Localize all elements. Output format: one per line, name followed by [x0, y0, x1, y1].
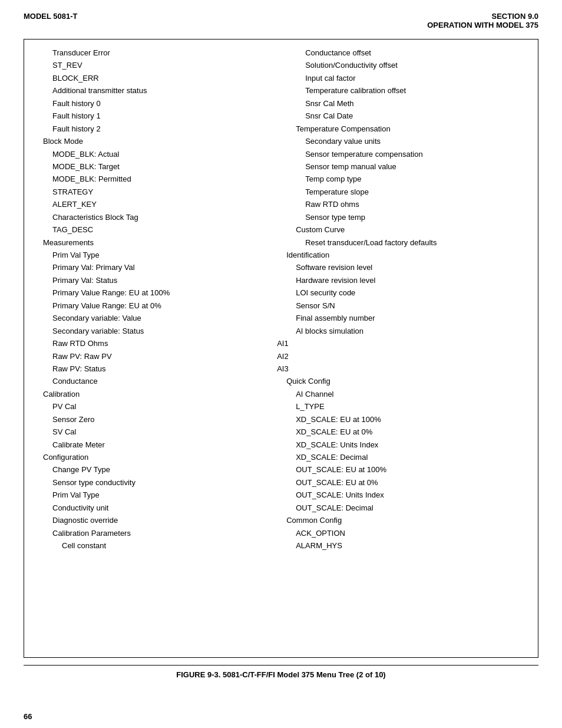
- list-item: Secondary variable: Value: [34, 312, 265, 324]
- list-item: L_TYPE: [277, 400, 528, 413]
- list-item: ALARM_HYS: [277, 539, 528, 552]
- list-item: ST_REV: [34, 59, 265, 71]
- list-item: AI1: [277, 337, 528, 350]
- list-item: PV Cal: [34, 400, 265, 413]
- list-item: Temperature Compensation: [277, 123, 528, 135]
- list-item: AI2: [277, 350, 528, 363]
- list-item: Fault history 1: [34, 110, 265, 122]
- list-item: BLOCK_ERR: [34, 72, 265, 84]
- list-item: Raw RTD Ohms: [34, 337, 265, 350]
- list-item: Prim Val Type: [34, 249, 265, 261]
- list-item: MODE_BLK: Target: [34, 160, 265, 173]
- list-item: Snsr Cal Date: [277, 110, 528, 122]
- figure-caption: FIGURE 9-3. 5081-C/T-FF/FI Model 375 Men…: [24, 665, 538, 681]
- list-item: Calibrate Meter: [34, 439, 265, 451]
- list-item: Primary Val: Primary Val: [34, 261, 265, 274]
- list-item: SV Cal: [34, 426, 265, 438]
- list-item: OUT_SCALE: Decimal: [277, 502, 528, 514]
- list-item: Fault history 0: [34, 97, 265, 110]
- list-item: Input cal factor: [277, 72, 528, 84]
- list-item: Software revision level: [277, 261, 528, 274]
- list-item: OUT_SCALE: EU at 0%: [277, 476, 528, 489]
- page-header: MODEL 5081-T SECTION 9.0 OPERATION WITH …: [24, 12, 538, 29]
- list-item: Sensor type temp: [277, 211, 528, 223]
- list-item: OUT_SCALE: Units Index: [277, 489, 528, 501]
- list-item: Primary Val: Status: [34, 274, 265, 286]
- list-item: Temperature slope: [277, 186, 528, 198]
- list-item: Raw PV: Raw PV: [34, 350, 265, 363]
- list-item: Sensor S/N: [277, 299, 528, 312]
- list-item: MODE_BLK: Permitted: [34, 173, 265, 185]
- list-item: Raw RTD ohms: [277, 198, 528, 210]
- list-item: Sensor type conductivity: [34, 476, 265, 489]
- list-item: Diagnostic override: [34, 514, 265, 526]
- page-number: 66: [24, 712, 32, 721]
- list-item: XD_SCALE: EU at 0%: [277, 426, 528, 438]
- list-item: Common Config: [277, 514, 528, 526]
- list-item: Measurements: [34, 236, 265, 249]
- list-item: Conductivity unit: [34, 502, 265, 514]
- list-item: Change PV Type: [34, 463, 265, 476]
- header-section: SECTION 9.0 OPERATION WITH MODEL 375: [427, 12, 538, 29]
- list-item: Secondary variable: Status: [34, 325, 265, 337]
- main-content: Transducer ErrorST_REVBLOCK_ERRAdditiona…: [24, 39, 538, 658]
- list-item: Sensor Zero: [34, 413, 265, 426]
- list-item: Raw PV: Status: [34, 363, 265, 375]
- list-item: Conductance: [34, 375, 265, 387]
- list-item: MODE_BLK: Actual: [34, 148, 265, 160]
- list-item: Prim Val Type: [34, 489, 265, 501]
- list-item: XD_SCALE: Units Index: [277, 439, 528, 451]
- list-item: Additional transmitter status: [34, 84, 265, 97]
- header-model: MODEL 5081-T: [24, 12, 78, 29]
- list-item: Characteristics Block Tag: [34, 211, 265, 223]
- list-item: Transducer Error: [34, 47, 265, 59]
- list-item: Calibration Parameters: [34, 527, 265, 539]
- list-item: Reset transducer/Load factory defaults: [277, 236, 528, 249]
- list-item: Final assembly number: [277, 312, 528, 324]
- list-item: AI blocks simulation: [277, 325, 528, 337]
- right-column: Conductance offsetSolution/Conductivity …: [271, 47, 528, 650]
- list-item: ACK_OPTION: [277, 527, 528, 539]
- left-column: Transducer ErrorST_REVBLOCK_ERRAdditiona…: [34, 47, 271, 650]
- list-item: Snsr Cal Meth: [277, 97, 528, 110]
- list-item: Primary Value Range: EU at 0%: [34, 299, 265, 312]
- list-item: Sensor temperature compensation: [277, 148, 528, 160]
- list-item: Block Mode: [34, 135, 265, 147]
- list-item: STRATEGY: [34, 186, 265, 198]
- list-item: TAG_DESC: [34, 223, 265, 236]
- list-item: LOI security code: [277, 286, 528, 299]
- list-item: Configuration: [34, 451, 265, 463]
- list-item: Cell constant: [34, 539, 265, 552]
- list-item: Solution/Conductivity offset: [277, 59, 528, 71]
- list-item: Hardware revision level: [277, 274, 528, 286]
- list-item: Conductance offset: [277, 47, 528, 59]
- list-item: Calibration: [34, 388, 265, 400]
- list-item: Identification: [277, 249, 528, 261]
- page: MODEL 5081-T SECTION 9.0 OPERATION WITH …: [0, 0, 562, 728]
- list-item: AI Channel: [277, 388, 528, 400]
- list-item: Temperature calibration offset: [277, 84, 528, 97]
- list-item: ALERT_KEY: [34, 198, 265, 210]
- list-item: Quick Config: [277, 375, 528, 387]
- list-item: Custom Curve: [277, 223, 528, 236]
- list-item: Temp comp type: [277, 173, 528, 185]
- list-item: OUT_SCALE: EU at 100%: [277, 463, 528, 476]
- list-item: Secondary value units: [277, 135, 528, 147]
- list-item: XD_SCALE: EU at 100%: [277, 413, 528, 426]
- list-item: Primary Value Range: EU at 100%: [34, 286, 265, 299]
- list-item: XD_SCALE: Decimal: [277, 451, 528, 463]
- list-item: AI3: [277, 363, 528, 375]
- list-item: Sensor temp manual value: [277, 160, 528, 173]
- list-item: Fault history 2: [34, 123, 265, 135]
